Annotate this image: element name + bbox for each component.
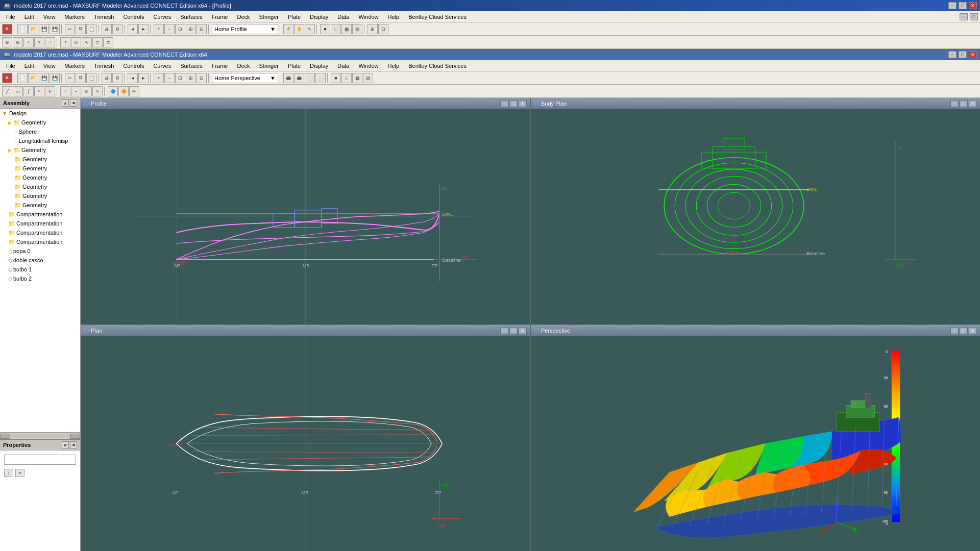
inner-win-controls-right[interactable]: − □ <box>960 13 978 20</box>
outer-menu-view[interactable]: View <box>39 13 60 21</box>
outer-win-controls[interactable]: − □ ✕ <box>948 2 977 9</box>
tb2-10[interactable]: ⊄ <box>103 37 113 47</box>
inner-menu-help[interactable]: Help <box>384 62 404 70</box>
viewport-plan-minimize[interactable]: − <box>500 327 508 334</box>
tb-cut[interactable]: ✂ <box>65 24 75 34</box>
tb-select[interactable]: ↖ <box>305 24 315 34</box>
tb-pan[interactable]: ✋ <box>294 24 304 34</box>
view-dropdown-outer[interactable]: Home Profile ▼ <box>212 24 278 34</box>
tb2-1[interactable]: ⊕ <box>2 37 12 47</box>
tb2-9[interactable]: ⊃ <box>92 37 103 47</box>
viewport-perspective-restore[interactable]: □ <box>960 327 968 334</box>
tree-compartmentation-3[interactable]: 📁 Compartmentation <box>0 228 80 237</box>
itb2-shield2[interactable]: 🔶 <box>118 86 129 96</box>
inner-menu-plate[interactable]: Plate <box>284 62 305 70</box>
itb-new[interactable]: 📄 <box>17 73 28 83</box>
tree-bulbo-1[interactable]: ◇ bulbo 1 <box>0 265 80 274</box>
itb-copy[interactable]: ⧉ <box>76 73 86 83</box>
tree-compartmentation-2[interactable]: 📁 Compartmentation <box>0 219 80 228</box>
tree-compartmentation-4[interactable]: 📁 Compartmentation <box>0 237 80 246</box>
outer-menu-markers[interactable]: Markers <box>60 13 89 21</box>
tree-geometry-4[interactable]: 📁 Geometry <box>0 164 80 173</box>
itb-b4[interactable]: ⬜ <box>315 73 326 83</box>
tree-doble-casco[interactable]: ◇ doble casco <box>0 256 80 265</box>
inner-menu-stringer[interactable]: Stringer <box>255 62 283 70</box>
inner-close-btn[interactable]: ✕ <box>969 51 977 58</box>
itb-b2[interactable]: 🏔 <box>294 73 304 83</box>
assembly-tree[interactable]: ▼ Design ▶ 📁 Geometry ○ Sphere ○ Longitu… <box>0 109 80 433</box>
tree-geometry-6[interactable]: 📁 Geometry <box>0 182 80 191</box>
tree-geometry-1[interactable]: ▶ 📁 Geometry <box>0 118 80 127</box>
scroll-left-btn[interactable] <box>0 434 10 439</box>
inner-menu-data[interactable]: Data <box>333 62 353 70</box>
tb-new[interactable]: 📄 <box>17 24 28 34</box>
tb2-6[interactable]: ⌖ <box>60 37 70 47</box>
itb-save2[interactable]: 💾 <box>50 73 60 83</box>
props-sort-btn[interactable]: ↕ <box>4 469 13 477</box>
properties-close-btn[interactable]: ✕ <box>70 441 77 448</box>
tb-render3[interactable]: ▦ <box>341 24 352 34</box>
itb2-shield1[interactable]: 🔷 <box>108 86 118 96</box>
inner-menu-view[interactable]: View <box>39 62 60 70</box>
itb-print[interactable]: 🖨 <box>102 73 112 83</box>
outer-menu-surfaces[interactable]: Surfaces <box>176 13 206 21</box>
outer-menu-plate[interactable]: Plate <box>284 13 305 21</box>
tb2-7[interactable]: ⊙ <box>71 37 81 47</box>
tree-bulbo-2[interactable]: ◇ bulbo 2 <box>0 274 80 283</box>
tb-save[interactable]: 💾 <box>39 24 49 34</box>
tb-copy[interactable]: ⧉ <box>76 24 86 34</box>
assembly-scrollbar-h[interactable] <box>0 433 80 439</box>
tree-design[interactable]: ▼ Design <box>0 109 80 118</box>
tb2-3[interactable]: + <box>23 37 34 47</box>
itb2-draw-line[interactable]: ╱ <box>2 86 12 96</box>
viewport-plan-close[interactable]: ✕ <box>519 327 527 334</box>
inner-maximize-btn[interactable]: □ <box>959 51 967 58</box>
viewport-profile-restore[interactable]: □ <box>509 100 518 107</box>
itb-render2[interactable]: □ <box>341 73 352 83</box>
inner-menu-markers[interactable]: Markers <box>60 62 89 70</box>
tb-paste[interactable]: 📋 <box>86 24 96 34</box>
itb-render1[interactable]: ■ <box>331 73 341 83</box>
outer-menu-file[interactable]: File <box>2 13 19 21</box>
scroll-right-btn[interactable] <box>70 434 80 439</box>
outer-menu-curves[interactable]: Curves <box>149 13 175 21</box>
tree-longitudinal[interactable]: ○ LongitudinalHemisp <box>0 136 80 145</box>
tree-geometry-3[interactable]: 📁 Geometry <box>0 155 80 164</box>
viewport-plan-restore[interactable]: □ <box>509 327 518 334</box>
outer-minimize-btn[interactable]: − <box>948 2 957 9</box>
tb-snap[interactable]: ⊡ <box>378 24 388 34</box>
tree-geometry-8[interactable]: 📁 Geometry <box>0 201 80 210</box>
outer-menu-data[interactable]: Data <box>333 13 353 21</box>
outer-menu-trimesh[interactable]: Trimesh <box>90 13 118 21</box>
viewport-body-plan-close[interactable]: ✕ <box>969 100 977 107</box>
assembly-pin-btn[interactable]: # <box>62 99 69 107</box>
itb-zoom-fit[interactable]: ⊞ <box>186 73 196 83</box>
inner-menu-edit[interactable]: Edit <box>20 62 38 70</box>
tb-render1[interactable]: ■ <box>320 24 330 34</box>
outer-menu-deck[interactable]: Deck <box>233 13 254 21</box>
inner-minimize-btn[interactable]: − <box>948 51 957 58</box>
outer-menu-controls[interactable]: Controls <box>119 13 148 21</box>
viewport-body-plan-restore[interactable]: □ <box>960 100 968 107</box>
itb-open[interactable]: 📂 <box>28 73 38 83</box>
assembly-close-btn[interactable]: ✕ <box>70 99 77 107</box>
itb-paste[interactable]: 📋 <box>86 73 96 83</box>
itb2-move[interactable]: ✛ <box>45 86 55 96</box>
outer-maximize-btn[interactable]: □ <box>959 2 967 9</box>
view-dropdown-inner[interactable]: Home Perspective ▼ <box>212 73 278 83</box>
tb-zoom-5[interactable]: ⊟ <box>197 24 207 34</box>
outer-close-btn[interactable]: ✕ <box>969 2 977 9</box>
outer-menu-help[interactable]: Help <box>384 13 404 21</box>
inner-menu-bentley[interactable]: Bentley Cloud Services <box>404 62 471 70</box>
tb2-2[interactable]: ⊗ <box>13 37 23 47</box>
inner-menu-window[interactable]: Window <box>354 62 382 70</box>
inner-win-controls[interactable]: − □ ✕ <box>948 51 977 58</box>
outer-menu-window[interactable]: Window <box>354 13 382 21</box>
viewport-body-plan-minimize[interactable]: − <box>950 100 959 107</box>
tb-zoom-out[interactable]: − <box>164 24 175 34</box>
itb-zoom-box[interactable]: ⊡ <box>175 73 185 83</box>
tb2-5[interactable]: ÷ <box>45 37 55 47</box>
tb-zoom-in[interactable]: + <box>154 24 164 34</box>
itb2-pt-ctrl[interactable]: ⊙ <box>82 86 92 96</box>
itb-render4[interactable]: ▧ <box>363 73 373 83</box>
